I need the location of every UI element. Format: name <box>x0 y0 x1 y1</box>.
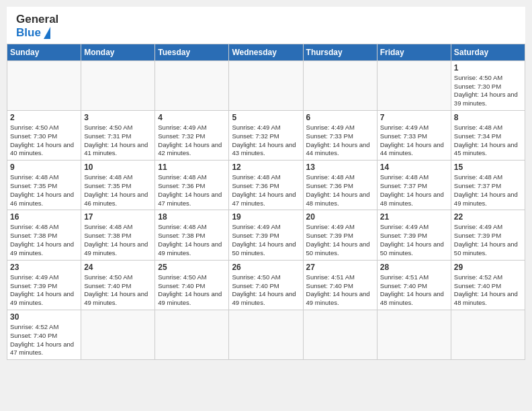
week-row-3: 9Sunrise: 4:48 AM Sunset: 7:35 PM Daylig… <box>7 161 525 210</box>
day-cell: 1Sunrise: 4:50 AM Sunset: 7:30 PM Daylig… <box>451 60 525 110</box>
day-number: 30 <box>10 312 78 322</box>
day-cell: 19Sunrise: 4:49 AM Sunset: 7:39 PM Dayli… <box>229 210 303 260</box>
weekday-header-thursday: Thursday <box>303 44 377 60</box>
day-number: 29 <box>454 263 522 272</box>
day-number: 21 <box>380 212 448 222</box>
day-info: Sunrise: 4:49 AM Sunset: 7:39 PM Dayligh… <box>306 223 374 257</box>
day-info: Sunrise: 4:49 AM Sunset: 7:39 PM Dayligh… <box>232 223 300 257</box>
day-info: Sunrise: 4:48 AM Sunset: 7:35 PM Dayligh… <box>84 173 152 208</box>
day-cell: 20Sunrise: 4:49 AM Sunset: 7:39 PM Dayli… <box>303 210 377 260</box>
day-number: 2 <box>10 113 78 122</box>
week-row-4: 16Sunrise: 4:48 AM Sunset: 7:38 PM Dayli… <box>7 210 525 260</box>
day-cell: 3Sunrise: 4:50 AM Sunset: 7:31 PM Daylig… <box>81 110 155 160</box>
day-number: 23 <box>10 263 78 272</box>
day-info: Sunrise: 4:49 AM Sunset: 7:39 PM Dayligh… <box>10 273 78 308</box>
weekday-header-friday: Friday <box>377 44 451 60</box>
weekday-header-wednesday: Wednesday <box>229 44 303 60</box>
day-number: 12 <box>232 163 300 172</box>
day-cell: 14Sunrise: 4:48 AM Sunset: 7:37 PM Dayli… <box>377 161 451 210</box>
day-info: Sunrise: 4:49 AM Sunset: 7:39 PM Dayligh… <box>454 223 522 257</box>
day-info: Sunrise: 4:49 AM Sunset: 7:33 PM Dayligh… <box>380 124 448 158</box>
day-cell: 4Sunrise: 4:49 AM Sunset: 7:32 PM Daylig… <box>155 110 229 160</box>
logo-triangle-icon <box>44 27 50 39</box>
day-cell <box>303 60 377 110</box>
day-cell: 17Sunrise: 4:48 AM Sunset: 7:38 PM Dayli… <box>81 210 155 260</box>
day-cell: 26Sunrise: 4:50 AM Sunset: 7:40 PM Dayli… <box>229 260 303 310</box>
day-info: Sunrise: 4:48 AM Sunset: 7:38 PM Dayligh… <box>10 223 78 257</box>
day-number: 28 <box>380 263 448 272</box>
day-cell <box>303 310 377 359</box>
day-number: 5 <box>232 113 300 122</box>
weekday-header-sunday: Sunday <box>7 44 81 60</box>
day-cell: 7Sunrise: 4:49 AM Sunset: 7:33 PM Daylig… <box>377 110 451 160</box>
day-number: 11 <box>158 163 226 172</box>
day-info: Sunrise: 4:51 AM Sunset: 7:40 PM Dayligh… <box>306 273 374 308</box>
day-cell: 25Sunrise: 4:50 AM Sunset: 7:40 PM Dayli… <box>155 260 229 310</box>
weekday-header-saturday: Saturday <box>451 44 525 60</box>
day-number: 14 <box>380 163 448 172</box>
week-row-2: 2Sunrise: 4:50 AM Sunset: 7:30 PM Daylig… <box>7 110 525 160</box>
day-info: Sunrise: 4:49 AM Sunset: 7:33 PM Dayligh… <box>306 124 374 158</box>
day-cell: 2Sunrise: 4:50 AM Sunset: 7:30 PM Daylig… <box>7 110 81 160</box>
day-info: Sunrise: 4:52 AM Sunset: 7:40 PM Dayligh… <box>10 323 78 357</box>
day-cell: 12Sunrise: 4:48 AM Sunset: 7:36 PM Dayli… <box>229 161 303 210</box>
day-info: Sunrise: 4:48 AM Sunset: 7:34 PM Dayligh… <box>454 124 522 158</box>
calendar-page: General Blue SundayMondayTuesdayWednesda… <box>7 7 525 360</box>
weekday-header-row: SundayMondayTuesdayWednesdayThursdayFrid… <box>7 44 525 60</box>
day-info: Sunrise: 4:48 AM Sunset: 7:38 PM Dayligh… <box>84 223 152 257</box>
week-row-6: 30Sunrise: 4:52 AM Sunset: 7:40 PM Dayli… <box>7 310 525 359</box>
day-number: 3 <box>84 113 152 122</box>
day-number: 1 <box>454 63 522 73</box>
day-cell: 16Sunrise: 4:48 AM Sunset: 7:38 PM Dayli… <box>7 210 81 260</box>
day-number: 6 <box>306 113 374 122</box>
day-number: 10 <box>84 163 152 172</box>
day-cell <box>229 310 303 359</box>
weekday-header-monday: Monday <box>81 44 155 60</box>
calendar-table: SundayMondayTuesdayWednesdayThursdayFrid… <box>7 44 525 361</box>
day-number: 9 <box>10 163 78 172</box>
day-cell: 13Sunrise: 4:48 AM Sunset: 7:36 PM Dayli… <box>303 161 377 210</box>
day-number: 26 <box>232 263 300 272</box>
day-cell: 18Sunrise: 4:48 AM Sunset: 7:38 PM Dayli… <box>155 210 229 260</box>
logo-blue: Blue <box>16 26 41 40</box>
day-number: 15 <box>454 163 522 172</box>
day-number: 17 <box>84 212 152 222</box>
day-cell: 11Sunrise: 4:48 AM Sunset: 7:36 PM Dayli… <box>155 161 229 210</box>
day-info: Sunrise: 4:48 AM Sunset: 7:36 PM Dayligh… <box>232 173 300 208</box>
day-cell <box>229 60 303 110</box>
day-cell <box>81 60 155 110</box>
day-cell: 23Sunrise: 4:49 AM Sunset: 7:39 PM Dayli… <box>7 260 81 310</box>
day-number: 16 <box>10 212 78 222</box>
day-number: 19 <box>232 212 300 222</box>
day-info: Sunrise: 4:49 AM Sunset: 7:32 PM Dayligh… <box>158 124 226 158</box>
logo: General Blue <box>16 13 58 40</box>
day-info: Sunrise: 4:52 AM Sunset: 7:40 PM Dayligh… <box>454 273 522 308</box>
day-number: 25 <box>158 263 226 272</box>
day-info: Sunrise: 4:49 AM Sunset: 7:39 PM Dayligh… <box>380 223 448 257</box>
day-cell: 27Sunrise: 4:51 AM Sunset: 7:40 PM Dayli… <box>303 260 377 310</box>
week-row-1: 1Sunrise: 4:50 AM Sunset: 7:30 PM Daylig… <box>7 60 525 110</box>
day-cell: 30Sunrise: 4:52 AM Sunset: 7:40 PM Dayli… <box>7 310 81 359</box>
day-info: Sunrise: 4:50 AM Sunset: 7:40 PM Dayligh… <box>232 273 300 308</box>
day-cell <box>155 310 229 359</box>
day-cell: 28Sunrise: 4:51 AM Sunset: 7:40 PM Dayli… <box>377 260 451 310</box>
week-row-5: 23Sunrise: 4:49 AM Sunset: 7:39 PM Dayli… <box>7 260 525 310</box>
day-info: Sunrise: 4:50 AM Sunset: 7:31 PM Dayligh… <box>84 124 152 158</box>
day-cell <box>7 60 81 110</box>
day-info: Sunrise: 4:49 AM Sunset: 7:32 PM Dayligh… <box>232 124 300 158</box>
day-info: Sunrise: 4:48 AM Sunset: 7:37 PM Dayligh… <box>454 173 522 208</box>
day-number: 13 <box>306 163 374 172</box>
day-number: 24 <box>84 263 152 272</box>
day-cell: 24Sunrise: 4:50 AM Sunset: 7:40 PM Dayli… <box>81 260 155 310</box>
day-number: 7 <box>380 113 448 122</box>
day-number: 27 <box>306 263 374 272</box>
header: General Blue <box>7 7 525 44</box>
day-cell <box>81 310 155 359</box>
day-cell <box>451 310 525 359</box>
day-cell <box>377 310 451 359</box>
day-cell: 15Sunrise: 4:48 AM Sunset: 7:37 PM Dayli… <box>451 161 525 210</box>
day-info: Sunrise: 4:50 AM Sunset: 7:40 PM Dayligh… <box>158 273 226 308</box>
day-cell: 22Sunrise: 4:49 AM Sunset: 7:39 PM Dayli… <box>451 210 525 260</box>
day-info: Sunrise: 4:48 AM Sunset: 7:36 PM Dayligh… <box>306 173 374 208</box>
day-cell: 9Sunrise: 4:48 AM Sunset: 7:35 PM Daylig… <box>7 161 81 210</box>
